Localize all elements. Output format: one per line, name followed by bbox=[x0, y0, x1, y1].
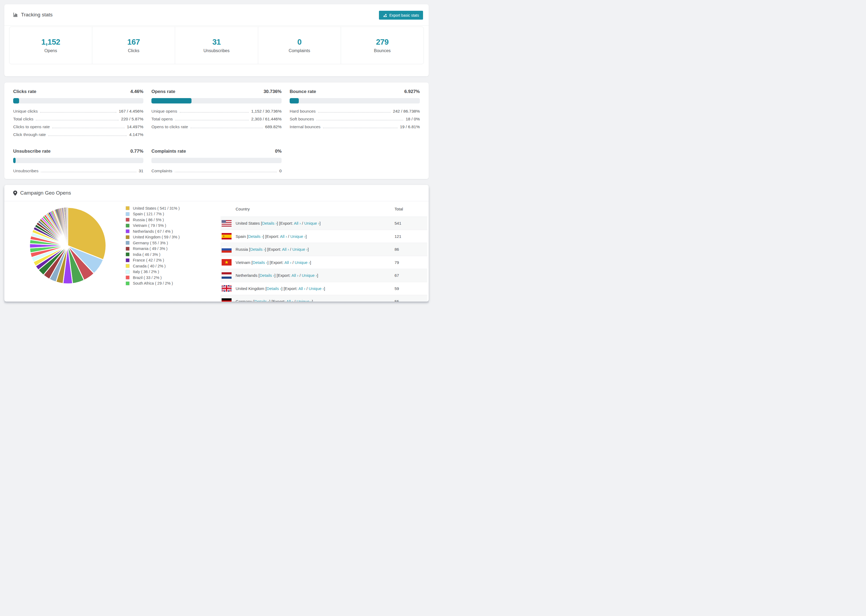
rate-stat-row: Hard bounces242 / 86.738% bbox=[290, 107, 420, 115]
card-bottom-shadow bbox=[4, 302, 429, 304]
geo-row-text: Netherlands [Details ›] [Export: All › /… bbox=[236, 273, 318, 278]
country-name: Germany bbox=[236, 299, 254, 302]
details-link[interactable]: Details › bbox=[266, 286, 281, 291]
rate-stat-row: Unsubscribes31 bbox=[13, 167, 143, 175]
rate-stat-row: Internal bounces19 / 6.81% bbox=[290, 123, 420, 130]
export-all-link[interactable]: All › bbox=[298, 286, 305, 291]
rate-stat-label: Hard bounces bbox=[290, 109, 316, 114]
legend-label: Germany ( 55 / 3% ) bbox=[133, 241, 168, 245]
export-unique-link[interactable]: Unique › bbox=[297, 299, 312, 302]
summary-stat-cell: 167Clicks bbox=[92, 27, 175, 64]
details-link[interactable]: Details › bbox=[260, 273, 274, 278]
geo-table-header-total: Total bbox=[395, 207, 427, 211]
details-link[interactable]: Details › bbox=[248, 234, 263, 239]
export-all-link[interactable]: All › bbox=[286, 299, 293, 302]
export-icon bbox=[383, 13, 387, 17]
geo-card-header: Campaign Geo Opens bbox=[4, 185, 429, 201]
country-name: Netherlands bbox=[236, 273, 258, 278]
tracking-stats-card: Tracking stats Export basic stats 1,152O… bbox=[4, 4, 429, 76]
rate-stat-row: Soft bounces18 / 0% bbox=[290, 115, 420, 123]
legend-swatch bbox=[126, 224, 130, 228]
rate-block: Bounce rate6.927%Hard bounces242 / 86.73… bbox=[290, 88, 420, 138]
details-link[interactable]: Details › bbox=[252, 260, 267, 265]
legend-item: Italy ( 36 / 2% ) bbox=[126, 269, 179, 275]
geo-table-row: Vietnam [Details ›] [Export: All › / Uni… bbox=[220, 256, 427, 269]
es-flag-icon bbox=[222, 233, 231, 239]
summary-stat-value: 167 bbox=[127, 38, 140, 47]
legend-label: France ( 42 / 2% ) bbox=[133, 258, 164, 262]
rate-progress-track bbox=[151, 98, 282, 104]
legend-item: United States ( 541 / 31% ) bbox=[126, 205, 179, 211]
export-unique-link[interactable]: Unique › bbox=[292, 247, 308, 251]
legend-item: Russia ( 86 / 5% ) bbox=[126, 217, 179, 223]
rates-grid: Clicks rate4.46%Unique clicks167 / 4.456… bbox=[4, 83, 429, 175]
legend-label: Russia ( 86 / 5% ) bbox=[133, 218, 164, 222]
export-all-link[interactable]: All › bbox=[280, 234, 287, 239]
dotted-leader bbox=[41, 172, 136, 172]
dotted-leader bbox=[36, 120, 119, 120]
export-basic-stats-button[interactable]: Export basic stats bbox=[379, 11, 423, 20]
legend-swatch bbox=[126, 206, 130, 210]
legend-item: Vietnam ( 79 / 5% ) bbox=[126, 223, 179, 229]
legend-item: South Africa ( 29 / 2% ) bbox=[126, 281, 179, 286]
legend-item: Brazil ( 33 / 2% ) bbox=[126, 275, 179, 281]
vn-flag-icon bbox=[222, 259, 231, 266]
details-link[interactable]: Details › bbox=[254, 299, 269, 302]
export-all-link[interactable]: All › bbox=[282, 247, 289, 251]
rate-stat-row: Opens to clicks rate689.82% bbox=[151, 123, 282, 130]
geo-table-header: Country Total bbox=[220, 201, 427, 217]
legend-swatch bbox=[126, 241, 130, 245]
rate-stat-row: Complaints0 bbox=[151, 167, 282, 175]
export-all-link[interactable]: All › bbox=[294, 221, 301, 225]
us-flag-icon bbox=[222, 220, 231, 226]
legend-item: Spain ( 121 / 7% ) bbox=[126, 211, 179, 217]
rate-title: Bounce rate bbox=[290, 89, 316, 94]
rate-block: Complaints rate0%Complaints0 bbox=[151, 148, 282, 175]
rate-stat-value: 689.82% bbox=[265, 124, 282, 129]
geo-pie-chart bbox=[27, 205, 108, 286]
tracking-stats-header: Tracking stats bbox=[4, 4, 429, 25]
rate-stat-value: 14.497% bbox=[127, 124, 143, 129]
rate-percent: 0.77% bbox=[131, 149, 143, 154]
rate-stat-label: Total clicks bbox=[13, 117, 33, 121]
geo-table-row: United States [Details ›] [Export: All ›… bbox=[220, 217, 427, 230]
summary-stat-label: Clicks bbox=[128, 49, 139, 53]
summary-stat-value: 31 bbox=[212, 38, 220, 47]
export-unique-link[interactable]: Unique › bbox=[309, 286, 324, 291]
export-all-link[interactable]: All › bbox=[291, 273, 299, 278]
country-name: United Kingdom bbox=[236, 286, 265, 291]
details-link[interactable]: Details › bbox=[250, 247, 265, 251]
dotted-leader bbox=[52, 128, 124, 128]
rate-stat-row: Unique clicks167 / 4.456% bbox=[13, 107, 143, 115]
export-unique-link[interactable]: Unique › bbox=[302, 273, 317, 278]
rate-progress-track bbox=[151, 158, 282, 163]
rate-block: Opens rate30.736%Unique opens1,152 / 30.… bbox=[151, 88, 282, 138]
summary-stat-value: 0 bbox=[297, 38, 301, 47]
rate-stat-value: 18 / 0% bbox=[406, 117, 420, 121]
summary-stat-cell: 279Bounces bbox=[341, 27, 424, 64]
geo-row-total: 86 bbox=[395, 247, 427, 251]
rate-stat-value: 242 / 86.738% bbox=[393, 109, 420, 114]
rate-stat-label: Unsubscribes bbox=[13, 168, 38, 173]
geo-row-total: 541 bbox=[395, 221, 427, 225]
export-unique-link[interactable]: Unique › bbox=[290, 234, 305, 239]
legend-swatch bbox=[126, 252, 130, 256]
rate-progress-fill bbox=[151, 98, 192, 104]
dotted-leader bbox=[179, 112, 249, 113]
rate-stat-row: Click through rate4.147% bbox=[13, 130, 143, 138]
geo-row-total: 67 bbox=[395, 273, 427, 278]
legend-label: Romania ( 49 / 3% ) bbox=[133, 247, 168, 251]
legend-swatch bbox=[126, 212, 130, 216]
geo-table: Country Total United States [Details ›] … bbox=[220, 201, 427, 302]
summary-stat-label: Opens bbox=[44, 49, 57, 53]
details-link[interactable]: Details › bbox=[262, 221, 277, 225]
geo-table-row: United Kingdom [Details ›] [Export: All … bbox=[220, 282, 427, 295]
export-all-link[interactable]: All › bbox=[285, 260, 291, 265]
export-unique-link[interactable]: Unique › bbox=[304, 221, 320, 225]
rate-percent: 4.46% bbox=[131, 89, 143, 94]
rate-stat-value: 0 bbox=[279, 168, 282, 173]
rate-progress-fill bbox=[13, 158, 16, 163]
geo-row-total: 79 bbox=[395, 260, 427, 265]
rate-stat-label: Total opens bbox=[151, 117, 173, 121]
export-unique-link[interactable]: Unique › bbox=[295, 260, 310, 265]
